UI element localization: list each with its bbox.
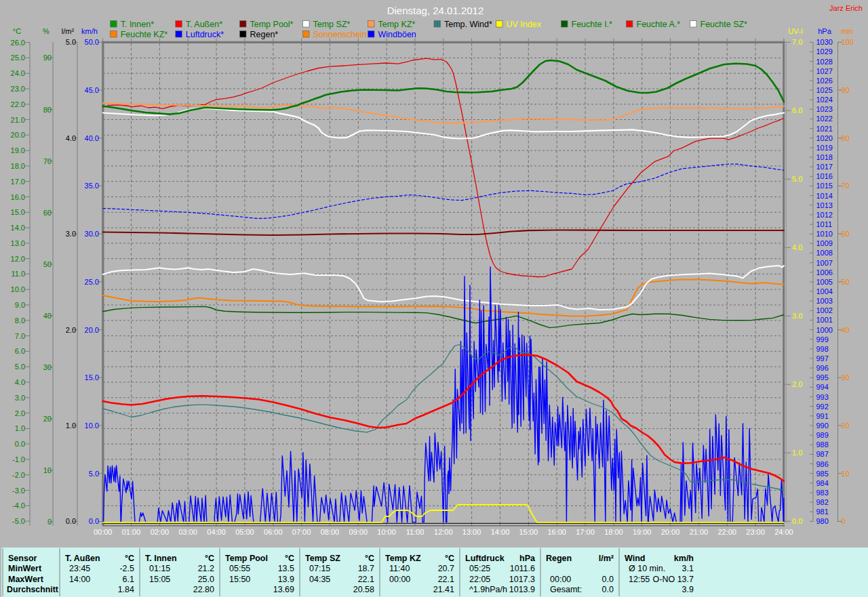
svg-text:°C: °C xyxy=(285,554,294,563)
svg-text:989: 989 xyxy=(816,431,829,439)
svg-text:Regen*: Regen* xyxy=(250,30,279,39)
svg-text:Luftdruck: Luftdruck xyxy=(465,554,505,563)
svg-text:1013: 1013 xyxy=(816,201,833,209)
svg-text:1007: 1007 xyxy=(816,259,833,267)
svg-text:Wind: Wind xyxy=(625,554,645,563)
svg-text:10: 10 xyxy=(43,466,52,474)
svg-text:20.0: 20.0 xyxy=(85,326,99,334)
svg-text:15:50: 15:50 xyxy=(229,575,250,584)
svg-text:1006: 1006 xyxy=(816,268,833,276)
svg-text:5.0: 5.0 xyxy=(89,470,99,478)
svg-text:14:00: 14:00 xyxy=(69,575,90,584)
svg-text:-4.0: -4.0 xyxy=(12,501,25,510)
svg-text:21:00: 21:00 xyxy=(690,528,709,536)
svg-text:Sonnenschein: Sonnenschein xyxy=(313,30,367,39)
svg-text:22.80: 22.80 xyxy=(193,585,214,594)
svg-text:999: 999 xyxy=(816,335,829,344)
svg-text:05:00: 05:00 xyxy=(235,528,254,536)
svg-text:24.0: 24.0 xyxy=(11,69,25,77)
svg-text:Gesamt:: Gesamt: xyxy=(550,585,582,594)
svg-text:994: 994 xyxy=(816,383,829,391)
svg-text:991: 991 xyxy=(816,412,829,420)
svg-text:4.0: 4.0 xyxy=(792,243,802,251)
svg-text:60: 60 xyxy=(43,209,52,217)
svg-text:1001: 1001 xyxy=(816,316,833,324)
svg-text:Temp SZ: Temp SZ xyxy=(305,554,340,563)
svg-text:0.0: 0.0 xyxy=(602,575,614,584)
svg-text:Ø 10 min.: Ø 10 min. xyxy=(629,564,665,573)
svg-text:20.7: 20.7 xyxy=(438,564,454,573)
svg-text:25.0: 25.0 xyxy=(198,575,214,584)
svg-text:988: 988 xyxy=(816,440,829,449)
svg-text:13.0: 13.0 xyxy=(11,239,25,247)
svg-text:-3.0: -3.0 xyxy=(12,487,25,495)
svg-text:984: 984 xyxy=(816,479,829,487)
svg-text:986: 986 xyxy=(816,460,829,468)
svg-text:Feuchte A.*: Feuchte A.* xyxy=(637,20,681,29)
svg-text:14.0: 14.0 xyxy=(11,224,25,232)
svg-text:23.0: 23.0 xyxy=(11,85,25,93)
svg-text:15.0: 15.0 xyxy=(85,373,99,382)
svg-text:°C: °C xyxy=(125,554,134,563)
svg-text:°C: °C xyxy=(445,554,454,563)
svg-text:2.0: 2.0 xyxy=(15,409,25,417)
svg-text:06:00: 06:00 xyxy=(264,528,283,536)
svg-text:22:00: 22:00 xyxy=(717,528,736,536)
svg-text:13:00: 13:00 xyxy=(462,528,481,536)
svg-text:04:00: 04:00 xyxy=(207,528,226,536)
svg-text:19.0: 19.0 xyxy=(11,146,25,155)
svg-text:1020: 1020 xyxy=(816,134,833,142)
svg-text:12:00: 12:00 xyxy=(434,528,453,536)
svg-text:Feuchte KZ*: Feuchte KZ* xyxy=(121,30,168,39)
svg-text:40.0: 40.0 xyxy=(85,134,99,142)
svg-text:05:55: 05:55 xyxy=(229,564,250,573)
svg-text:30.0: 30.0 xyxy=(85,230,99,238)
svg-text:100: 100 xyxy=(842,38,854,46)
svg-text:5.0: 5.0 xyxy=(792,175,802,183)
svg-text:1000: 1000 xyxy=(816,326,833,334)
svg-text:km/h: km/h xyxy=(81,27,98,35)
svg-text:1026: 1026 xyxy=(816,77,833,85)
svg-text:997: 997 xyxy=(816,354,829,363)
svg-text:1.0: 1.0 xyxy=(15,424,25,432)
svg-text:3.9: 3.9 xyxy=(682,585,694,594)
svg-text:UV-I: UV-I xyxy=(788,27,802,35)
svg-text:4.0: 4.0 xyxy=(66,134,76,142)
svg-text:MinWert: MinWert xyxy=(8,564,42,573)
svg-text:1016: 1016 xyxy=(816,172,833,180)
svg-text:982: 982 xyxy=(816,498,829,506)
svg-text:10:00: 10:00 xyxy=(377,528,396,536)
svg-text:7.0: 7.0 xyxy=(792,38,802,46)
svg-text:min: min xyxy=(841,27,853,35)
svg-text:16:00: 16:00 xyxy=(547,528,566,536)
svg-text:22.0: 22.0 xyxy=(11,100,25,108)
svg-text:0.0: 0.0 xyxy=(602,585,614,594)
svg-text:7.0: 7.0 xyxy=(15,332,25,340)
svg-text:O-NO 13.7: O-NO 13.7 xyxy=(653,575,694,584)
svg-text:-1.0: -1.0 xyxy=(12,455,25,464)
svg-text:Sensor: Sensor xyxy=(8,554,37,563)
svg-text:2.0: 2.0 xyxy=(66,326,76,334)
svg-text:18:00: 18:00 xyxy=(604,528,623,536)
svg-text:1011: 1011 xyxy=(816,220,833,228)
svg-text:02:00: 02:00 xyxy=(151,528,170,536)
svg-text:35.0: 35.0 xyxy=(85,182,99,190)
svg-text:1008: 1008 xyxy=(816,249,833,257)
svg-text:10.0: 10.0 xyxy=(11,285,25,293)
svg-text:hPa: hPa xyxy=(519,554,536,563)
svg-text:70: 70 xyxy=(43,157,52,165)
svg-text:20: 20 xyxy=(842,421,850,430)
svg-text:Temp SZ*: Temp SZ* xyxy=(313,20,351,29)
svg-text:21.0: 21.0 xyxy=(11,116,25,124)
svg-text:0: 0 xyxy=(47,518,52,526)
svg-text:90: 90 xyxy=(43,54,52,62)
svg-text:1010: 1010 xyxy=(816,230,833,238)
svg-text:1025: 1025 xyxy=(816,86,833,94)
svg-text:Jarz Erich: Jarz Erich xyxy=(829,4,863,12)
svg-text:14:00: 14:00 xyxy=(491,528,510,536)
svg-text:0.0: 0.0 xyxy=(89,517,99,525)
svg-text:km/h: km/h xyxy=(674,554,694,563)
svg-text:6.0: 6.0 xyxy=(15,347,25,355)
svg-text:996: 996 xyxy=(816,364,829,372)
svg-text:12:55: 12:55 xyxy=(629,575,650,584)
